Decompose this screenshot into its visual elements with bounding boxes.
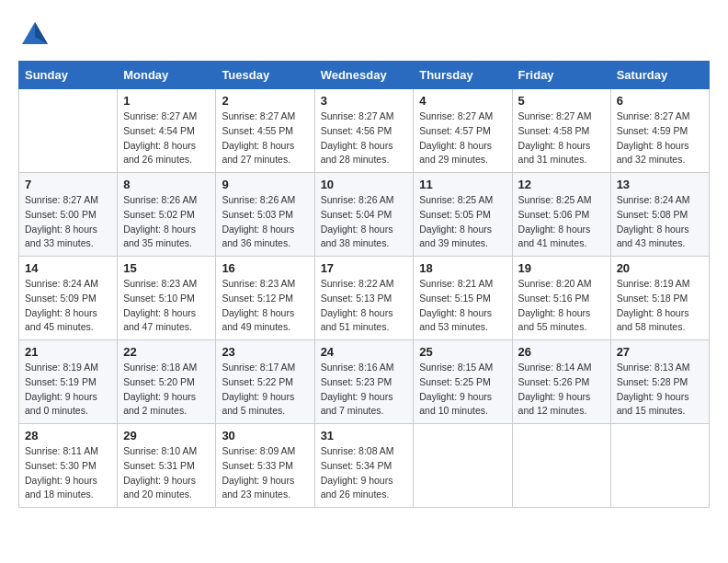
calendar-cell: 10Sunrise: 8:26 AMSunset: 5:04 PMDayligh… — [314, 173, 414, 257]
weekday-header-saturday: Saturday — [610, 62, 709, 89]
day-info: Sunrise: 8:26 AMSunset: 5:03 PMDaylight:… — [222, 193, 308, 251]
calendar-cell: 3Sunrise: 8:27 AMSunset: 4:56 PMDaylight… — [314, 89, 414, 173]
calendar-cell: 20Sunrise: 8:19 AMSunset: 5:18 PMDayligh… — [610, 257, 709, 340]
day-number: 18 — [419, 261, 506, 275]
day-number: 16 — [222, 261, 308, 275]
day-info: Sunrise: 8:14 AMSunset: 5:26 PMDaylight:… — [518, 361, 605, 419]
day-info: Sunrise: 8:11 AMSunset: 5:30 PMDaylight:… — [25, 444, 111, 502]
day-number: 25 — [419, 345, 506, 359]
day-info: Sunrise: 8:26 AMSunset: 5:02 PMDaylight:… — [123, 193, 210, 251]
calendar-header: SundayMondayTuesdayWednesdayThursdayFrid… — [19, 62, 710, 89]
calendar-cell: 16Sunrise: 8:23 AMSunset: 5:12 PMDayligh… — [216, 257, 314, 340]
day-number: 14 — [25, 261, 111, 275]
day-info: Sunrise: 8:27 AMSunset: 4:59 PMDaylight:… — [617, 109, 703, 167]
day-info: Sunrise: 8:26 AMSunset: 5:04 PMDaylight:… — [321, 193, 408, 251]
header-row: SundayMondayTuesdayWednesdayThursdayFrid… — [19, 62, 710, 89]
page-header — [18, 18, 710, 52]
day-number: 22 — [123, 345, 210, 359]
calendar-week-row: 21Sunrise: 8:19 AMSunset: 5:19 PMDayligh… — [19, 340, 710, 424]
day-number: 19 — [518, 261, 605, 275]
calendar-cell: 29Sunrise: 8:10 AMSunset: 5:31 PMDayligh… — [118, 424, 216, 508]
calendar-cell: 24Sunrise: 8:16 AMSunset: 5:23 PMDayligh… — [314, 340, 414, 424]
day-info: Sunrise: 8:08 AMSunset: 5:34 PMDaylight:… — [321, 444, 408, 502]
day-info: Sunrise: 8:23 AMSunset: 5:12 PMDaylight:… — [222, 277, 308, 335]
calendar-cell: 23Sunrise: 8:17 AMSunset: 5:22 PMDayligh… — [216, 340, 314, 424]
day-info: Sunrise: 8:27 AMSunset: 4:58 PMDaylight:… — [518, 109, 605, 167]
calendar-week-row: 1Sunrise: 8:27 AMSunset: 4:54 PMDaylight… — [19, 89, 710, 173]
day-number: 26 — [518, 345, 605, 359]
calendar-cell: 28Sunrise: 8:11 AMSunset: 5:30 PMDayligh… — [19, 424, 118, 508]
day-number: 23 — [222, 345, 308, 359]
calendar-cell — [512, 424, 610, 508]
day-info: Sunrise: 8:16 AMSunset: 5:23 PMDaylight:… — [321, 361, 408, 419]
weekday-header-wednesday: Wednesday — [314, 62, 414, 89]
calendar-cell: 12Sunrise: 8:25 AMSunset: 5:06 PMDayligh… — [512, 173, 610, 257]
calendar-cell — [414, 424, 512, 508]
calendar-week-row: 14Sunrise: 8:24 AMSunset: 5:09 PMDayligh… — [19, 257, 710, 340]
calendar-week-row: 7Sunrise: 8:27 AMSunset: 5:00 PMDaylight… — [19, 173, 710, 257]
day-number: 29 — [123, 429, 210, 442]
calendar-cell: 7Sunrise: 8:27 AMSunset: 5:00 PMDaylight… — [19, 173, 118, 257]
day-number: 2 — [222, 94, 308, 108]
day-info: Sunrise: 8:13 AMSunset: 5:28 PMDaylight:… — [617, 361, 703, 419]
day-number: 27 — [617, 345, 703, 359]
calendar-cell: 2Sunrise: 8:27 AMSunset: 4:55 PMDaylight… — [216, 89, 314, 173]
day-info: Sunrise: 8:27 AMSunset: 4:56 PMDaylight:… — [321, 109, 408, 167]
calendar-cell: 11Sunrise: 8:25 AMSunset: 5:05 PMDayligh… — [414, 173, 512, 257]
day-info: Sunrise: 8:15 AMSunset: 5:25 PMDaylight:… — [419, 361, 506, 419]
calendar-cell: 26Sunrise: 8:14 AMSunset: 5:26 PMDayligh… — [512, 340, 610, 424]
calendar-cell: 5Sunrise: 8:27 AMSunset: 4:58 PMDaylight… — [512, 89, 610, 173]
day-info: Sunrise: 8:19 AMSunset: 5:18 PMDaylight:… — [617, 277, 703, 335]
calendar-cell — [19, 89, 118, 173]
day-number: 8 — [123, 178, 210, 191]
day-info: Sunrise: 8:20 AMSunset: 5:16 PMDaylight:… — [518, 277, 605, 335]
day-number: 9 — [222, 178, 308, 191]
day-number: 5 — [518, 94, 605, 108]
day-number: 1 — [123, 94, 210, 108]
calendar-cell: 31Sunrise: 8:08 AMSunset: 5:34 PMDayligh… — [314, 424, 414, 508]
day-info: Sunrise: 8:24 AMSunset: 5:09 PMDaylight:… — [25, 277, 111, 335]
day-info: Sunrise: 8:25 AMSunset: 5:06 PMDaylight:… — [518, 193, 605, 251]
day-info: Sunrise: 8:27 AMSunset: 5:00 PMDaylight:… — [25, 193, 111, 251]
calendar-cell: 6Sunrise: 8:27 AMSunset: 4:59 PMDaylight… — [610, 89, 709, 173]
day-number: 11 — [419, 178, 506, 191]
day-number: 30 — [222, 429, 308, 442]
day-info: Sunrise: 8:27 AMSunset: 4:57 PMDaylight:… — [419, 109, 506, 167]
day-info: Sunrise: 8:27 AMSunset: 4:54 PMDaylight:… — [123, 109, 210, 167]
day-info: Sunrise: 8:21 AMSunset: 5:15 PMDaylight:… — [419, 277, 506, 335]
calendar-cell: 15Sunrise: 8:23 AMSunset: 5:10 PMDayligh… — [118, 257, 216, 340]
calendar-cell: 22Sunrise: 8:18 AMSunset: 5:20 PMDayligh… — [118, 340, 216, 424]
day-info: Sunrise: 8:22 AMSunset: 5:13 PMDaylight:… — [321, 277, 408, 335]
calendar-cell — [610, 424, 709, 508]
day-info: Sunrise: 8:18 AMSunset: 5:20 PMDaylight:… — [123, 361, 210, 419]
day-number: 6 — [617, 94, 703, 108]
calendar-cell: 19Sunrise: 8:20 AMSunset: 5:16 PMDayligh… — [512, 257, 610, 340]
day-info: Sunrise: 8:23 AMSunset: 5:10 PMDaylight:… — [123, 277, 210, 335]
weekday-header-monday: Monday — [118, 62, 216, 89]
calendar-body: 1Sunrise: 8:27 AMSunset: 4:54 PMDaylight… — [19, 89, 710, 508]
day-info: Sunrise: 8:17 AMSunset: 5:22 PMDaylight:… — [222, 361, 308, 419]
day-number: 15 — [123, 261, 210, 275]
weekday-header-thursday: Thursday — [414, 62, 512, 89]
calendar-cell: 18Sunrise: 8:21 AMSunset: 5:15 PMDayligh… — [414, 257, 512, 340]
day-info: Sunrise: 8:10 AMSunset: 5:31 PMDaylight:… — [123, 444, 210, 502]
weekday-header-tuesday: Tuesday — [216, 62, 314, 89]
day-number: 24 — [321, 345, 408, 359]
calendar-cell: 27Sunrise: 8:13 AMSunset: 5:28 PMDayligh… — [610, 340, 709, 424]
day-number: 12 — [518, 178, 605, 191]
calendar-cell: 9Sunrise: 8:26 AMSunset: 5:03 PMDaylight… — [216, 173, 314, 257]
calendar-cell: 21Sunrise: 8:19 AMSunset: 5:19 PMDayligh… — [19, 340, 118, 424]
calendar-cell: 30Sunrise: 8:09 AMSunset: 5:33 PMDayligh… — [216, 424, 314, 508]
day-number: 28 — [25, 429, 111, 442]
day-number: 3 — [321, 94, 408, 108]
day-number: 10 — [321, 178, 408, 191]
calendar-cell: 14Sunrise: 8:24 AMSunset: 5:09 PMDayligh… — [19, 257, 118, 340]
day-info: Sunrise: 8:24 AMSunset: 5:08 PMDaylight:… — [617, 193, 703, 251]
day-number: 20 — [617, 261, 703, 275]
calendar-cell: 8Sunrise: 8:26 AMSunset: 5:02 PMDaylight… — [118, 173, 216, 257]
day-info: Sunrise: 8:27 AMSunset: 4:55 PMDaylight:… — [222, 109, 308, 167]
weekday-header-sunday: Sunday — [19, 62, 118, 89]
day-number: 4 — [419, 94, 506, 108]
day-number: 13 — [617, 178, 703, 191]
day-info: Sunrise: 8:19 AMSunset: 5:19 PMDaylight:… — [25, 361, 111, 419]
